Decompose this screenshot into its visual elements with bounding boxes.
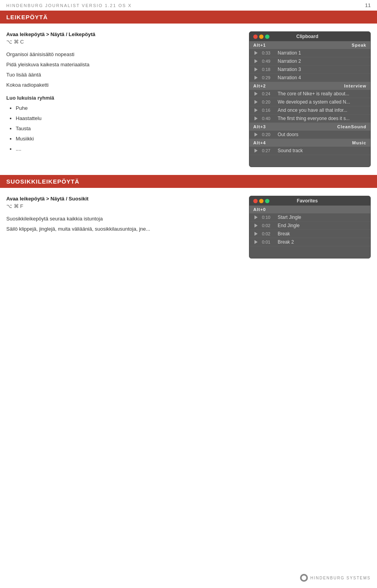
group-music-tag: Alt+4 <box>253 140 266 145</box>
section2-content: Avaa leikepöytä > Näytä / Suosikit ⌥ ⌘ F… <box>0 188 377 266</box>
fav-clip-time: 0:02 <box>262 231 275 236</box>
clip-time: 0:24 <box>262 91 275 96</box>
fav-clip-item[interactable]: 0:10 Start Jingle <box>249 213 370 222</box>
group-music-header: Alt+4 Music <box>249 139 370 147</box>
play-button[interactable] <box>253 58 259 64</box>
group-speak-header: Alt+1 Speak <box>249 41 370 49</box>
clip-label: The core of Nike+ is really about... <box>278 91 366 96</box>
group-interview-tag: Alt+2 <box>253 84 266 88</box>
bullet-item-more: .... <box>16 144 241 154</box>
clip-item[interactable]: 0:24 The core of Nike+ is really about..… <box>249 90 370 98</box>
fav-panel-titlebar: Favorites <box>249 196 370 206</box>
play-button[interactable] <box>253 132 259 137</box>
clip-label: Narration 4 <box>278 75 366 80</box>
fav-clip-time: 0:10 <box>262 215 275 220</box>
section1-body-4: Kokoa radiopaketti <box>6 81 241 89</box>
bullet-item-tausta: Tausta <box>16 124 241 134</box>
section2-header: SUOSIKKILEIKEPÖYTÄ <box>0 175 377 188</box>
group-speak-name: Speak <box>352 43 366 47</box>
fav-play-button[interactable] <box>253 215 259 220</box>
page-number: 11 <box>365 2 371 8</box>
section2-left: Avaa leikepöytä > Näytä / Suosikit ⌥ ⌘ F… <box>6 196 241 259</box>
bullet-list: Puhe Haastattelu Tausta Musiikki .... <box>6 103 241 154</box>
clip-label: Narration 3 <box>278 67 366 72</box>
fav-clip-label: Break 2 <box>278 239 366 245</box>
clip-item[interactable]: 0:18 Narration 3 <box>249 66 370 74</box>
play-button[interactable] <box>253 91 259 96</box>
clip-time: 0:33 <box>262 51 275 55</box>
clip-label: Narration 1 <box>278 50 366 56</box>
section1-title: Avaa leikepöytä > Näytä / Leikepöytä <box>6 31 241 37</box>
section2-body-1: Suosikkileikepöytä seuraa kaikkia istunt… <box>6 215 241 223</box>
clip-time: 0:16 <box>262 108 275 113</box>
favorites-panel: Favorites Alt+0 0:10 Start Jingle 0:02 E… <box>249 196 371 259</box>
group-music-name: Music <box>352 140 366 145</box>
footer-logo-inner <box>302 575 306 580</box>
section2-title: Avaa leikepöytä > Näytä / Suosikit <box>6 196 241 202</box>
play-button[interactable] <box>253 116 259 121</box>
clip-label: And once you have all that infor... <box>278 107 366 113</box>
fav-clip-label: Break <box>278 231 366 237</box>
section1-content: Avaa leikepöytä > Näytä / Leikepöytä ⌥ ⌘… <box>0 24 377 175</box>
play-icon <box>254 59 258 63</box>
play-icon <box>254 117 258 120</box>
fav-panel-footer-space <box>249 246 370 258</box>
clip-item[interactable]: 0:29 Narration 4 <box>249 74 370 82</box>
bullet-item-puhe: Puhe <box>16 103 241 113</box>
section1-body-1: Organisoi äänisisältö nopeasti <box>6 50 241 59</box>
play-button[interactable] <box>253 99 259 105</box>
clip-item[interactable]: 0:27 Sound track <box>249 147 370 155</box>
clipboard-panel-inner: Clipboard Alt+1 Speak 0:33 Narration 1 0… <box>249 31 371 167</box>
favorites-title: Favorites <box>249 198 366 204</box>
group-interview-header: Alt+2 Interview <box>249 82 370 90</box>
clip-time: 0:18 <box>262 67 275 72</box>
fav-clip-time: 0:02 <box>262 223 275 228</box>
play-button[interactable] <box>253 75 259 80</box>
panel-footer-space <box>249 155 370 167</box>
fav-play-button[interactable] <box>253 223 259 228</box>
clip-item[interactable]: 0:20 We developed a system called N... <box>249 98 370 106</box>
play-icon <box>254 67 258 71</box>
group-cleansound-header: Alt+3 CleanSound <box>249 123 370 131</box>
group-cleansound-name: CleanSound <box>337 124 366 129</box>
clip-label: The first thing everyone does it s... <box>278 116 366 121</box>
clip-item[interactable]: 0:40 The first thing everyone does it s.… <box>249 115 370 123</box>
play-icon <box>254 51 258 55</box>
clip-time: 0:49 <box>262 59 275 64</box>
fav-clip-item[interactable]: 0:01 Break 2 <box>249 238 370 246</box>
fav-group-header: Alt+0 <box>249 206 370 213</box>
play-icon <box>254 149 258 153</box>
clip-label: We developed a system called N... <box>278 99 366 105</box>
fav-clip-item[interactable]: 0:02 Break <box>249 230 370 238</box>
fav-play-button[interactable] <box>253 239 259 245</box>
clip-item[interactable]: 0:20 Out doors <box>249 131 370 139</box>
fav-clip-item[interactable]: 0:02 End Jingle <box>249 222 370 230</box>
group-interview-name: Interview <box>344 84 366 88</box>
play-button[interactable] <box>253 107 259 113</box>
play-icon <box>254 240 258 244</box>
play-icon <box>254 108 258 112</box>
clipboard-panel: Clipboard Alt+1 Speak 0:33 Narration 1 0… <box>249 31 371 167</box>
footer: HINDENBURG systems <box>300 574 371 582</box>
fav-group-tag: Alt+0 <box>253 207 266 212</box>
group-speak-tag: Alt+1 <box>253 43 266 47</box>
clip-time: 0:20 <box>262 100 275 104</box>
play-icon <box>254 232 258 236</box>
clip-item[interactable]: 0:16 And once you have all that infor... <box>249 106 370 115</box>
footer-text: HINDENBURG systems <box>310 576 371 580</box>
play-icon <box>254 224 258 228</box>
section1-header: LEIKEPÖYTÄ <box>0 11 377 24</box>
fav-play-button[interactable] <box>253 231 259 237</box>
top-bar: HINDENBURG JOURNALIST versio 1.21 OS X 1… <box>0 0 377 11</box>
section1-shortcut: ⌥ ⌘ C <box>6 39 241 45</box>
play-button[interactable] <box>253 148 259 153</box>
group-cleansound-tag: Alt+3 <box>253 124 266 129</box>
clip-item[interactable]: 0:33 Narration 1 <box>249 49 370 57</box>
clipboard-title: Clipboard <box>249 34 366 39</box>
footer-logo <box>300 574 308 582</box>
clip-item[interactable]: 0:49 Narration 2 <box>249 57 370 66</box>
play-button[interactable] <box>253 50 259 56</box>
clip-time: 0:29 <box>262 75 275 80</box>
section2-shortcut: ⌥ ⌘ F <box>6 203 241 209</box>
play-button[interactable] <box>253 67 259 72</box>
